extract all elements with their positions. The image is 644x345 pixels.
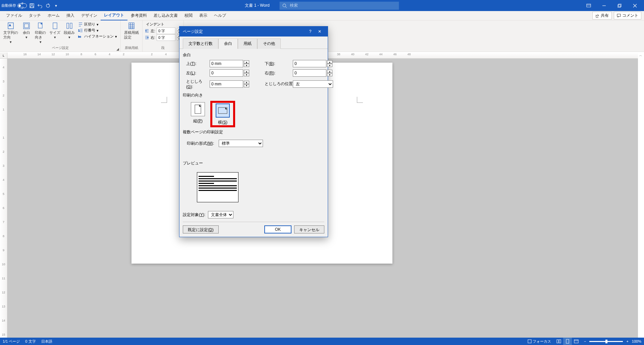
status-pages[interactable]: 1/1 ページ <box>3 339 20 344</box>
svg-rect-9 <box>618 5 621 7</box>
margin-top-input[interactable] <box>210 60 243 67</box>
manuscript-button[interactable]: 原稿用紙 設定 <box>123 21 140 41</box>
svg-rect-17 <box>24 24 29 28</box>
indent-right-label: 右: <box>151 35 155 40</box>
margin-left-spinner[interactable]: ▲▼ <box>244 70 250 76</box>
cancel-button[interactable]: キャンセル <box>294 225 324 233</box>
ruler-corner: L <box>0 53 7 59</box>
minimize-icon[interactable] <box>596 0 612 11</box>
orientation-landscape-button[interactable]: 横(S) <box>212 102 234 126</box>
svg-text:A: A <box>9 24 11 27</box>
search-placeholder: 検索 <box>290 3 298 8</box>
gutter-input[interactable] <box>210 80 243 88</box>
tab-margins[interactable]: 余白 <box>218 39 238 49</box>
toggle-switch[interactable]: オフ <box>17 3 27 8</box>
print-format-label: 印刷の形式(M): <box>187 141 214 146</box>
tab-help[interactable]: ヘルプ <box>211 11 229 20</box>
tab-design[interactable]: デザイン <box>78 11 101 20</box>
zoom-slider[interactable] <box>589 341 623 342</box>
web-layout-icon[interactable] <box>572 338 581 345</box>
line-numbers-button[interactable]: 1行番号 ▾ <box>77 28 118 33</box>
share-icon <box>595 14 599 18</box>
tab-home[interactable]: ホーム <box>44 11 63 20</box>
print-format-select[interactable]: 標準 <box>219 140 263 147</box>
zoom-out-icon[interactable]: − <box>584 339 586 343</box>
dialog-title-text: ページ設定 <box>183 29 203 34</box>
view-buttons <box>554 338 581 345</box>
set-default-button[interactable]: 既定に設定(D) <box>183 225 219 233</box>
save-icon[interactable] <box>29 3 35 9</box>
columns-button[interactable]: 段組み▾ <box>62 21 76 45</box>
hyphenation-button[interactable]: bcハイフネーション ▾ <box>77 34 118 39</box>
svg-rect-48 <box>574 340 578 343</box>
tab-file[interactable]: ファイル <box>3 11 25 20</box>
size-button[interactable]: サイズ▾ <box>48 21 62 45</box>
zoom-level[interactable]: 100% <box>632 339 641 343</box>
dialog-close-icon[interactable]: ✕ <box>315 26 324 37</box>
qat-dropdown-icon[interactable]: ▾ <box>53 3 59 9</box>
margin-top-label: 上(T): <box>183 61 209 67</box>
status-language[interactable]: 日本語 <box>41 339 52 344</box>
zoom-in-icon[interactable]: + <box>626 339 628 343</box>
margin-right-input[interactable] <box>293 69 326 77</box>
redo-icon[interactable] <box>45 3 51 9</box>
page-setup-dialog-launcher[interactable]: ◢ <box>116 47 120 51</box>
preview-section-label: プレビュー <box>183 160 324 166</box>
margin-bottom-input[interactable] <box>293 60 326 67</box>
collapse-ribbon-icon[interactable]: ︿ <box>638 53 643 58</box>
indent-right-input[interactable] <box>157 34 175 41</box>
undo-icon[interactable] <box>37 3 43 9</box>
tab-review[interactable]: 校閲 <box>181 11 196 20</box>
indent-left-input[interactable] <box>157 27 175 34</box>
ribbon-display-icon[interactable] <box>581 0 596 11</box>
orientation-portrait-button[interactable]: 縦(P) <box>187 102 209 126</box>
tab-layout[interactable]: レイアウト <box>101 11 127 20</box>
gutter-spinner[interactable]: ▲▼ <box>244 81 250 87</box>
tab-other[interactable]: その他 <box>257 39 281 49</box>
dialog-titlebar[interactable]: ページ設定 ? ✕ <box>179 26 328 37</box>
tab-touch[interactable]: タッチ <box>25 11 44 20</box>
status-words[interactable]: 0 文字 <box>25 339 36 344</box>
svg-rect-2 <box>31 6 33 8</box>
orientation-button[interactable]: 印刷の 向き▾ <box>34 21 47 45</box>
margin-bottom-spinner[interactable]: ▲▼ <box>327 60 333 67</box>
svg-rect-45 <box>557 340 558 343</box>
print-layout-icon[interactable] <box>563 338 572 345</box>
read-mode-icon[interactable] <box>554 338 563 345</box>
multipages-section-label: 複数ページの印刷設定 <box>183 129 324 135</box>
tab-view[interactable]: 表示 <box>196 11 211 20</box>
tab-references[interactable]: 参考資料 <box>127 11 150 20</box>
margin-top-spinner[interactable]: ▲▼ <box>244 60 250 67</box>
apply-to-select[interactable]: 文書全体 <box>208 211 233 218</box>
gutter-pos-select[interactable]: 左 <box>293 80 333 88</box>
indent-left-label: 左: <box>151 28 155 33</box>
margin-left-input[interactable] <box>210 69 243 77</box>
autosave-toggle[interactable]: 自動保存 オフ <box>1 3 27 8</box>
status-focus[interactable]: フォーカス <box>528 339 551 344</box>
tab-char-lines[interactable]: 文字数と行数 <box>183 39 218 49</box>
margins-button[interactable]: 余白▾ <box>20 21 33 45</box>
group-page-setup: A文字列の 方向▾ 余白▾ 印刷の 向き▾ サイズ▾ 段組み▾ 区切り ▾ 1行… <box>0 20 121 52</box>
share-button[interactable]: 共有 <box>592 12 612 19</box>
vertical-ruler[interactable]: 43211234567891011121314151617181920 <box>0 59 7 339</box>
svg-line-5 <box>285 6 287 8</box>
status-bar: 1/1 ページ 0 文字 日本語 フォーカス − + 100% <box>0 338 644 345</box>
ok-button[interactable]: OK <box>264 225 291 233</box>
text-direction-button[interactable]: A文字列の 方向▾ <box>2 21 19 45</box>
group-label-page-setup: ページ設定 <box>2 46 118 51</box>
margin-bottom-label: 下(B): <box>261 61 292 67</box>
group-paragraph: インデント 左: ▲▼ 右: ▲▼ 段 <box>143 20 184 52</box>
maximize-icon[interactable] <box>612 0 627 11</box>
breaks-button[interactable]: 区切り ▾ <box>77 22 118 27</box>
tab-paper[interactable]: 用紙 <box>238 39 257 49</box>
dialog-help-icon[interactable]: ? <box>306 26 315 37</box>
group-label-manuscript: 原稿用紙 <box>123 46 140 51</box>
margin-right-spinner[interactable]: ▲▼ <box>327 70 333 76</box>
tab-mailings[interactable]: 差し込み文書 <box>150 11 181 20</box>
tab-insert[interactable]: 挿入 <box>63 11 78 20</box>
indent-right-row: 右: ▲▼ <box>145 34 181 41</box>
svg-rect-20 <box>67 23 69 28</box>
close-icon[interactable] <box>627 0 643 11</box>
search-box[interactable]: 検索 <box>280 2 399 10</box>
comment-button[interactable]: コメント <box>614 12 641 19</box>
